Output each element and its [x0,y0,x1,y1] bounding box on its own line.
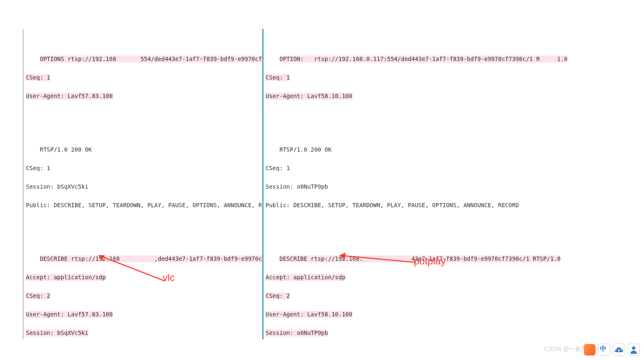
log-line: Accept: application/sdp [26,274,106,281]
log-line: CSeq: 2 [266,292,290,299]
options-response-left: RTSP/1.0 200 OKCSeq: 1Session: bSqXVc5ki… [26,133,263,222]
log-line: CSeq: 1 [26,165,50,172]
overlay-icons: 中 [584,344,640,356]
log-line: OPTION: rtsp://192.168.0.117:554/ded443e… [280,56,568,63]
svg-line-2 [340,255,416,262]
log-pane-vlc: OPTIONS rtsp://192.168 554/ded443e7-1af7… [23,29,263,339]
svg-marker-1 [99,255,105,260]
svg-line-0 [99,255,165,281]
log-line: RTSP/1.0 200 OK [40,146,92,153]
options-request-right: OPTION: rtsp://192.168.0.117:554/ded443e… [266,43,642,112]
log-line: User-Agent: Lavf58.10.100 [266,311,352,318]
log-line: RTSP/1.0 200 OK [280,146,331,153]
log-pane-potplay: OPTION: rtsp://192.168.0.117:554/ded443e… [262,29,642,339]
log-line: CSeq: 1 [26,74,50,81]
log-line: Session: o0NuTP9pb [266,183,328,190]
describe-request-right: DESCRIBE rtsp://192.168. 43e7-1af7-f839-… [266,243,642,339]
label-potplay: potplay [414,257,446,264]
options-request-left: OPTIONS rtsp://192.168 554/ded443e7-1af7… [26,43,263,112]
log-line: Accept: application/sdp [266,274,345,281]
svg-marker-3 [340,253,345,259]
user-icon[interactable] [628,344,640,356]
log-line: User-Agent: Lavf58.10.100 [266,93,352,100]
log-line: User-Agent: Lavf57.83.100 [26,311,113,318]
log-line: Session: bSqXVc5ki [26,330,89,337]
log-line: Public: DESCRIBE, SETUP, TEARDOWN, PLAY,… [26,202,263,209]
input-method-icon[interactable]: 中 [598,344,610,356]
log-line: CSeq: 1 [266,165,290,172]
cloud-download-icon[interactable] [613,344,625,356]
log-line: User-Agent: Lavf57.83.100 [26,93,113,100]
options-response-right: RTSP/1.0 200 OKCSeq: 1Session: o0NuTP9pb… [266,133,642,222]
sogou-icon[interactable] [584,344,595,355]
log-line: CSeq: 1 [266,74,290,81]
svg-point-4 [632,346,635,350]
log-line: Public: DESCRIBE, SETUP, TEARDOWN, PLAY,… [266,202,519,209]
arrow-right-icon [336,252,418,266]
log-line: CSeq: 2 [26,292,50,299]
arrow-left-icon [95,251,167,284]
log-line: Session: bSqXVc5ki [26,183,89,190]
log-line: Session: o0NuTP9pb [266,330,328,337]
log-line: OPTIONS rtsp://192.168 554/ded443e7-1af7… [40,56,263,63]
